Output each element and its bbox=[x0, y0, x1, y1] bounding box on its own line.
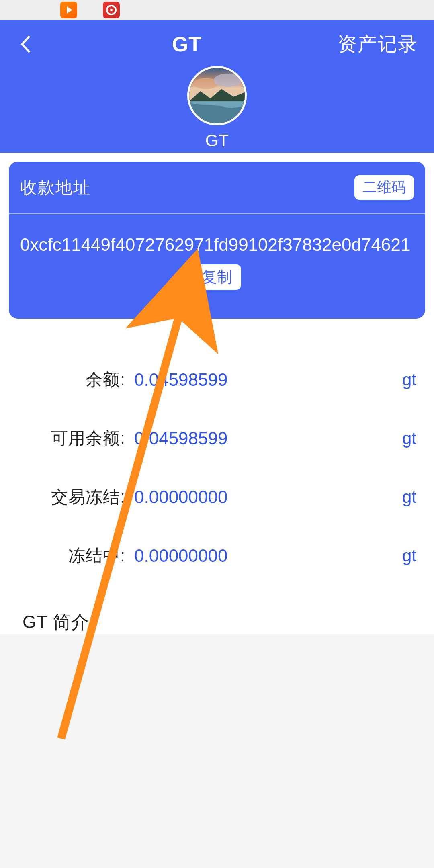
avatar-label: GT bbox=[205, 131, 229, 150]
status-bar bbox=[0, 0, 434, 20]
wallet-address: 0xcfc11449f4072762971fd99102f37832e0d746… bbox=[20, 233, 414, 256]
balance-value: 0.04598599 bbox=[134, 428, 402, 448]
page-title: GT bbox=[172, 32, 202, 56]
balance-value: 0.00000000 bbox=[134, 546, 402, 566]
balance-row: 余额: 0.04598599 gt bbox=[18, 353, 416, 406]
balance-unit: gt bbox=[402, 546, 416, 565]
balance-list: 余额: 0.04598599 gt 可用余额: 0.04598599 gt 交易… bbox=[0, 319, 434, 582]
status-bar-apps bbox=[60, 2, 120, 18]
landscape-avatar-icon bbox=[189, 68, 245, 123]
qr-code-button[interactable]: 二维码 bbox=[354, 175, 414, 200]
back-button[interactable] bbox=[16, 34, 36, 54]
header: GT 资产记录 GT bbox=[0, 20, 434, 153]
balance-row: 可用余额: 0.04598599 gt bbox=[18, 412, 416, 465]
receive-address-card: 收款地址 二维码 0xcfc11449f4072762971fd99102f37… bbox=[9, 162, 425, 319]
svg-point-2 bbox=[214, 74, 243, 87]
statusbar-app-icon bbox=[103, 2, 120, 18]
balance-unit: gt bbox=[402, 370, 416, 389]
balance-value: 0.04598599 bbox=[134, 370, 402, 390]
balance-label: 交易冻结: bbox=[18, 486, 134, 508]
card-title: 收款地址 bbox=[20, 176, 91, 199]
avatar bbox=[187, 66, 247, 125]
balance-unit: gt bbox=[402, 487, 416, 507]
balance-label: 可用余额: bbox=[18, 427, 134, 450]
chevron-left-icon bbox=[19, 34, 33, 54]
copy-button[interactable]: 复制 bbox=[193, 264, 241, 290]
main-content: 收款地址 二维码 0xcfc11449f4072762971fd99102f37… bbox=[0, 153, 434, 634]
balance-label: 冻结中: bbox=[18, 545, 134, 567]
balance-value: 0.00000000 bbox=[134, 487, 402, 507]
balance-row: 冻结中: 0.00000000 gt bbox=[18, 529, 416, 582]
intro-section-title: GT 简介 bbox=[0, 582, 434, 634]
asset-records-link[interactable]: 资产记录 bbox=[338, 31, 418, 57]
nav-bar: GT 资产记录 bbox=[0, 20, 434, 57]
avatar-block: GT bbox=[0, 66, 434, 150]
balance-unit: gt bbox=[402, 429, 416, 448]
balance-label: 余额: bbox=[18, 368, 134, 391]
statusbar-app-icon bbox=[60, 2, 77, 18]
divider bbox=[9, 213, 425, 214]
balance-row: 交易冻结: 0.00000000 gt bbox=[18, 471, 416, 524]
